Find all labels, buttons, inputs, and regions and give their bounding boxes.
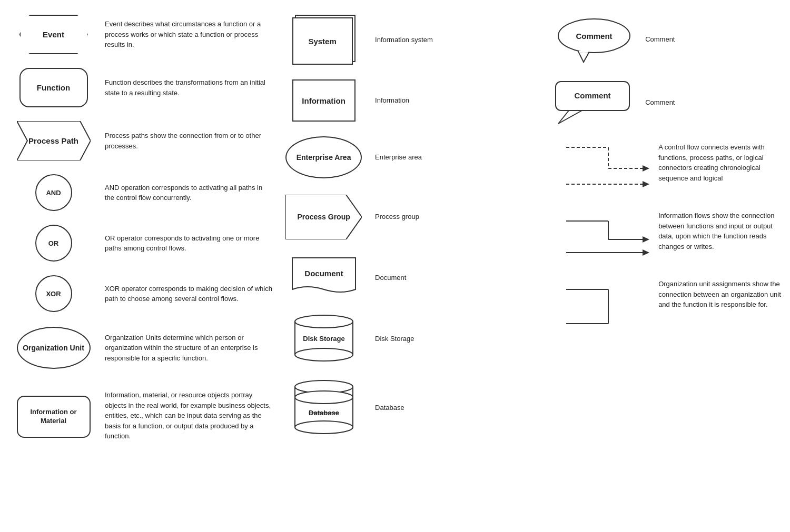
xor-shape-container: XOR (7, 275, 100, 312)
svg-line-19 (558, 111, 569, 124)
svg-text:Comment: Comment (576, 32, 612, 41)
document-shape-container: Document (278, 255, 370, 300)
svg-text:Comment: Comment (575, 91, 611, 100)
enterprise-sublabel: Enterprise area (370, 152, 544, 163)
disk-storage-sublabel: Disk Storage (370, 334, 544, 344)
xor-description: XOR operator corresponds to making decis… (100, 284, 273, 304)
comment-rect-shape-container: Comment (548, 79, 640, 126)
info-material-row: Information or Material Information, mat… (5, 379, 275, 448)
process-path-shape-container: Process Path (7, 121, 100, 160)
left-column: Event Event describes what circumstances… (5, 11, 275, 448)
svg-text:Disk Storage: Disk Storage (303, 335, 344, 343)
process-group-shape: Process Group (285, 195, 362, 239)
and-description: AND operation corresponds to activating … (100, 183, 273, 203)
database-row: Database Database (275, 373, 546, 442)
xor-label: XOR (46, 290, 61, 298)
disk-storage-row: Disk Storage Disk Storage (275, 309, 546, 368)
and-row: AND AND operation corresponds to activat… (5, 170, 275, 215)
information-row: Information Information (275, 74, 546, 127)
or-label: OR (48, 239, 59, 247)
svg-marker-25 (643, 165, 649, 172)
org-unit-shape: Organization Unit (17, 327, 91, 369)
event-shape-container: Event (7, 15, 100, 54)
function-shape-container: Function (7, 68, 100, 107)
org-unit-description: Organization Units determine which perso… (100, 333, 273, 364)
mid-column: System Information system Information In… (275, 11, 546, 448)
and-shape-container: AND (7, 174, 100, 211)
comment-round-shape-container: Comment (548, 16, 640, 63)
event-label: Event (43, 30, 64, 39)
svg-point-9 (295, 391, 353, 404)
database-shape: Database (290, 377, 358, 438)
disk-storage-shape-container: Disk Storage (278, 314, 370, 364)
svg-marker-31 (643, 236, 649, 243)
info-system-row: System Information system (275, 11, 546, 69)
information-shape-container: Information (278, 79, 370, 122)
control-flow-description: A control flow connects events with func… (653, 142, 783, 183)
right-column: Comment Comment Comment (546, 11, 785, 448)
document-shape: Document (290, 255, 358, 300)
svg-line-20 (558, 111, 582, 124)
xor-shape: XOR (35, 275, 72, 312)
info-system-sublabel: Information system (370, 35, 544, 45)
or-row: OR OR operator corresponds to activating… (5, 220, 275, 266)
control-flow-row: A control flow connects events with func… (546, 137, 785, 200)
or-description: OR operator corresponds to activating on… (100, 233, 273, 254)
function-description: Function describes the transformations f… (100, 77, 273, 98)
enterprise-shape: Enterprise Area (285, 136, 362, 178)
comment-round-row: Comment Comment (546, 11, 785, 68)
information-label: Information (302, 96, 345, 105)
information-sublabel: Information (370, 95, 544, 106)
svg-point-6 (295, 348, 353, 361)
info-flow-shape-container (548, 210, 653, 263)
comment-rect-shape: Comment (553, 79, 635, 126)
information-shape: Information (292, 79, 355, 122)
process-path-row: Process Path Process paths show the conn… (5, 117, 275, 165)
info-system-shape-container: System (278, 15, 370, 65)
svg-marker-27 (643, 181, 649, 187)
org-flow-row: Organization unit assignments show the c… (546, 274, 785, 342)
info-material-label: Information or Material (18, 408, 90, 426)
svg-text:Document: Document (304, 269, 343, 278)
and-label: AND (46, 189, 61, 197)
process-group-shape-container: Process Group (278, 195, 370, 239)
or-shape: OR (35, 225, 72, 262)
and-shape: AND (35, 174, 72, 211)
info-flow-shape (550, 210, 650, 263)
enterprise-shape-container: Enterprise Area (278, 136, 370, 178)
org-unit-shape-container: Organization Unit (7, 327, 100, 369)
function-row: Function Function describes the transfor… (5, 64, 275, 112)
org-flow-description: Organization unit assignments show the c… (653, 279, 783, 310)
enterprise-area-row: Enterprise Area Enterprise area (275, 132, 546, 183)
legend-page: Event Event describes what circumstances… (0, 0, 790, 458)
event-row: Event Event describes what circumstances… (5, 11, 275, 58)
xor-row: XOR XOR operator corresponds to making d… (5, 271, 275, 316)
svg-point-3 (295, 315, 353, 328)
svg-marker-33 (643, 249, 649, 256)
process-group-label: Process Group (297, 212, 350, 222)
svg-line-16 (579, 52, 588, 52)
event-shape: Event (19, 15, 88, 54)
org-flow-shape (550, 279, 650, 337)
info-material-description: Information, material, or resource objec… (100, 390, 273, 441)
process-group-sublabel: Process group (370, 212, 544, 222)
event-description: Event describes what circumstances a fun… (100, 19, 273, 50)
info-system-label: System (308, 37, 336, 46)
comment-rect-row: Comment Comment (546, 74, 785, 132)
process-path-description: Process paths show the connection from o… (100, 131, 273, 151)
control-flow-shape-container (548, 142, 653, 195)
function-label: Function (37, 83, 70, 92)
info-system-shape: System (290, 15, 358, 65)
org-unit-label: Organization Unit (23, 343, 84, 353)
control-flow-shape (550, 142, 650, 195)
org-unit-row: Organization Unit Organization Units det… (5, 322, 275, 374)
disk-storage-shape: Disk Storage (290, 314, 358, 364)
process-path-label: Process Path (28, 136, 78, 145)
org-flow-shape-container (548, 279, 653, 337)
process-path-shape: Process Path (17, 121, 91, 160)
svg-marker-15 (578, 52, 589, 62)
info-material-shape: Information or Material (17, 396, 91, 438)
info-material-shape-container: Information or Material (7, 396, 100, 438)
info-flow-row: Information flows show the connection be… (546, 205, 785, 268)
svg-text:Database: Database (309, 409, 339, 417)
